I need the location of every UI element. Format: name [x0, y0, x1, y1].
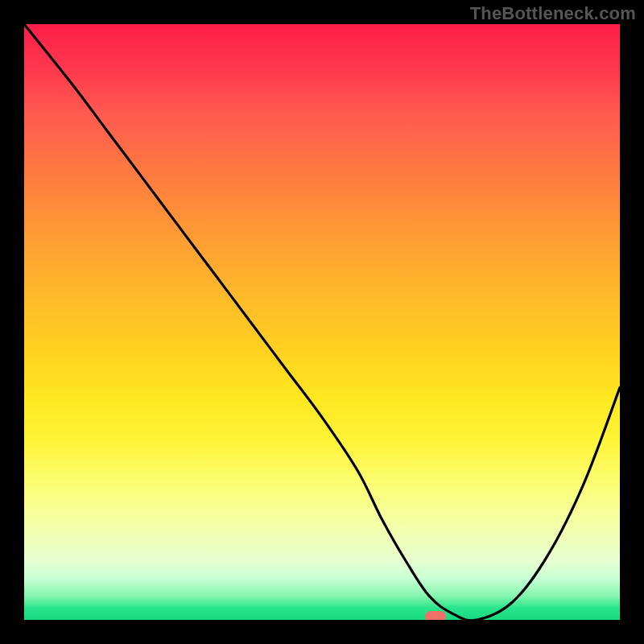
chart-frame: TheBottleneck.com: [0, 0, 644, 644]
bottleneck-curve: [24, 24, 620, 620]
plot-area: [24, 24, 620, 620]
watermark-text: TheBottleneck.com: [470, 3, 636, 24]
optimum-marker: [425, 611, 446, 620]
